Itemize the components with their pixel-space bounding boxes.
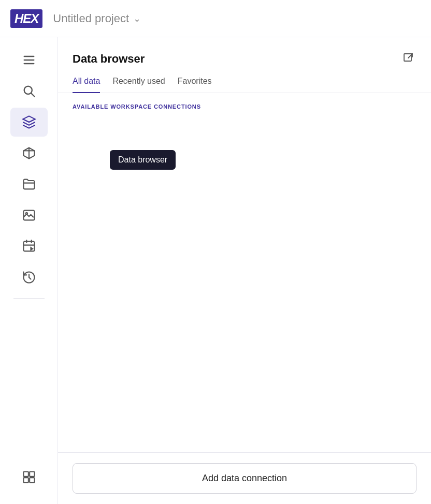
sidebar-item-calendar[interactable] — [10, 232, 48, 261]
tab-favorites[interactable]: Favorites — [178, 77, 212, 93]
sidebar-item-folder[interactable] — [10, 170, 48, 199]
project-title-wrapper[interactable]: Untitled project ⌄ — [53, 12, 141, 25]
chevron-down-icon: ⌄ — [133, 13, 141, 24]
svg-marker-14 — [31, 247, 33, 250]
tabs: All data Recently used Favorites — [58, 68, 431, 93]
content-panel: Data browser Data browser All data Recen… — [58, 37, 431, 504]
sidebar-item-cube[interactable] — [10, 139, 48, 168]
svg-rect-10 — [23, 242, 34, 251]
project-title: Untitled project — [53, 12, 129, 25]
content-area — [58, 114, 431, 452]
sidebar-item-history[interactable] — [10, 263, 48, 292]
sidebar-item-shortcuts[interactable] — [10, 463, 48, 492]
main-layout: Data browser Data browser All data Recen… — [0, 37, 431, 504]
add-data-btn-wrapper: Add data connection — [58, 452, 431, 504]
section-label: AVAILABLE WORKSPACE CONNECTIONS — [58, 93, 431, 114]
sidebar-divider — [13, 298, 45, 299]
svg-rect-19 — [404, 54, 411, 61]
sidebar-item-menu[interactable] — [10, 46, 48, 75]
add-data-connection-button[interactable]: Add data connection — [73, 463, 416, 494]
svg-rect-18 — [30, 478, 34, 482]
svg-rect-17 — [23, 478, 28, 482]
sidebar-item-data-browser[interactable] — [10, 108, 48, 137]
sidebar-item-search[interactable] — [10, 77, 48, 106]
svg-rect-15 — [23, 472, 28, 477]
panel-title: Data browser — [73, 52, 145, 66]
external-link-icon[interactable] — [400, 50, 416, 68]
tab-recently-used[interactable]: Recently used — [112, 77, 165, 93]
svg-line-4 — [31, 93, 34, 96]
sidebar-bottom — [10, 463, 48, 496]
hex-logo: HEX — [10, 9, 42, 28]
sidebar-item-image[interactable] — [10, 201, 48, 230]
top-bar: HEX Untitled project ⌄ — [0, 0, 431, 37]
tab-all-data[interactable]: All data — [73, 77, 100, 93]
svg-rect-16 — [30, 472, 34, 477]
panel-header: Data browser — [58, 37, 431, 68]
sidebar — [0, 37, 58, 504]
